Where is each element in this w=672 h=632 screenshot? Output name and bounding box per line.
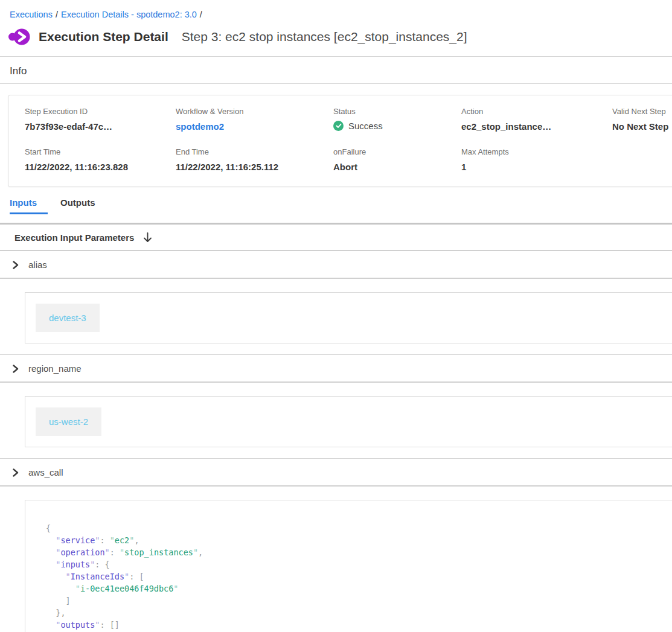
breadcrumb-separator: / — [53, 10, 61, 19]
code-line: }, — [46, 607, 672, 619]
json-viewer: { "service": "ec2", "operation": "stop_i… — [25, 500, 672, 632]
param-value-panel: us-west-2 — [25, 396, 672, 447]
param-name: aws_call — [28, 467, 63, 477]
field-end-time: End Time 11/22/2022, 11:16:25.112 — [176, 147, 333, 172]
field-value: Abort — [333, 162, 461, 172]
field-value: No Next Step — [612, 121, 672, 132]
field-step-execution-id: Step Execution ID 7b73f93e-edaf-47c… — [25, 107, 176, 132]
tab-inputs[interactable]: Inputs — [10, 197, 48, 214]
field-value: ec2_stop_instance… — [461, 121, 612, 132]
breadcrumb-separator: / — [197, 10, 205, 19]
param-value-panel: devtest-3 — [25, 292, 672, 343]
success-check-icon — [333, 121, 344, 131]
status-badge: Success — [333, 121, 461, 131]
field-status: Status Success — [333, 107, 461, 132]
param-section-aws-call: aws_call { "service": "ec2", "operation"… — [0, 458, 672, 632]
field-valid-next-step: Valid Next Step No Next Step — [612, 107, 672, 132]
value-chip: us-west-2 — [36, 407, 101, 436]
field-onfailure: onFailure Abort — [333, 147, 461, 172]
param-name: region_name — [28, 363, 82, 374]
param-section-alias: alias devtest-3 — [0, 251, 672, 343]
breadcrumb-link-executions[interactable]: Executions — [10, 10, 53, 19]
field-label: Max Attempts — [461, 147, 612, 156]
code-line: "outputs": [] — [46, 619, 672, 631]
info-card: Step Execution ID 7b73f93e-edaf-47c… Wor… — [8, 95, 672, 187]
code-line: "operation": "stop_instances", — [46, 546, 672, 558]
params-heading: Execution Input Parameters — [14, 232, 134, 243]
field-max-attempts: Max Attempts 1 — [461, 147, 612, 172]
status-text: Success — [348, 121, 383, 131]
field-value: 1 — [461, 162, 612, 172]
field-label: Workflow & Version — [176, 107, 333, 116]
param-section-region-name: region_name us-west-2 — [0, 354, 672, 447]
tab-bar: Inputs Outputs — [0, 187, 672, 214]
param-name: alias — [28, 260, 47, 270]
arrow-down-icon[interactable] — [143, 232, 152, 243]
breadcrumb-link-execution-details[interactable]: Execution Details - spotdemo2: 3.0 — [61, 10, 197, 19]
workflow-play-icon — [8, 28, 31, 46]
code-line: "service": "ec2", — [46, 534, 672, 546]
execution-input-parameters-header: Execution Input Parameters — [0, 225, 672, 251]
field-action: Action ec2_stop_instance… — [461, 107, 612, 132]
field-start-time: Start Time 11/22/2022, 11:16:23.828 — [25, 147, 176, 172]
chevron-right-icon — [12, 365, 19, 373]
field-value: 11/22/2022, 11:16:23.828 — [25, 162, 176, 172]
workflow-link[interactable]: spotdemo2 — [176, 121, 333, 132]
code-line: "i-0ec41ee046f49dbc6" — [46, 583, 672, 595]
code-line: ] — [46, 595, 672, 607]
value-chip: devtest-3 — [36, 304, 100, 332]
field-label: End Time — [176, 147, 333, 156]
field-value: 11/22/2022, 11:16:25.112 — [176, 162, 333, 172]
field-label: onFailure — [333, 147, 461, 156]
code-line: "inputs": { — [46, 558, 672, 570]
field-label: Action — [461, 107, 612, 116]
page-header: Execution Step Detail Step 3: ec2 stop i… — [0, 19, 672, 46]
code-line: "InstanceIds": [ — [46, 570, 672, 583]
breadcrumb: Executions/Execution Details - spotdemo2… — [0, 0, 672, 19]
param-header-aws-call[interactable]: aws_call — [0, 459, 672, 487]
field-label: Step Execution ID — [25, 107, 176, 116]
field-empty — [612, 147, 672, 172]
info-section-heading: Info — [0, 57, 672, 84]
param-header-alias[interactable]: alias — [0, 251, 672, 279]
tab-outputs[interactable]: Outputs — [60, 197, 106, 214]
field-label: Start Time — [25, 147, 176, 156]
field-workflow-version: Workflow & Version spotdemo2 — [176, 107, 333, 132]
chevron-right-icon — [12, 468, 19, 477]
param-header-region-name[interactable]: region_name — [0, 355, 672, 383]
field-label: Valid Next Step — [612, 107, 672, 116]
chevron-right-icon — [12, 261, 19, 269]
page-subtitle: Step 3: ec2 stop instances [ec2_stop_ins… — [182, 30, 467, 44]
code-line: { — [46, 522, 672, 534]
page-title: Execution Step Detail — [39, 30, 168, 44]
field-label: Status — [333, 107, 461, 116]
field-value: 7b73f93e-edaf-47c… — [25, 121, 176, 132]
